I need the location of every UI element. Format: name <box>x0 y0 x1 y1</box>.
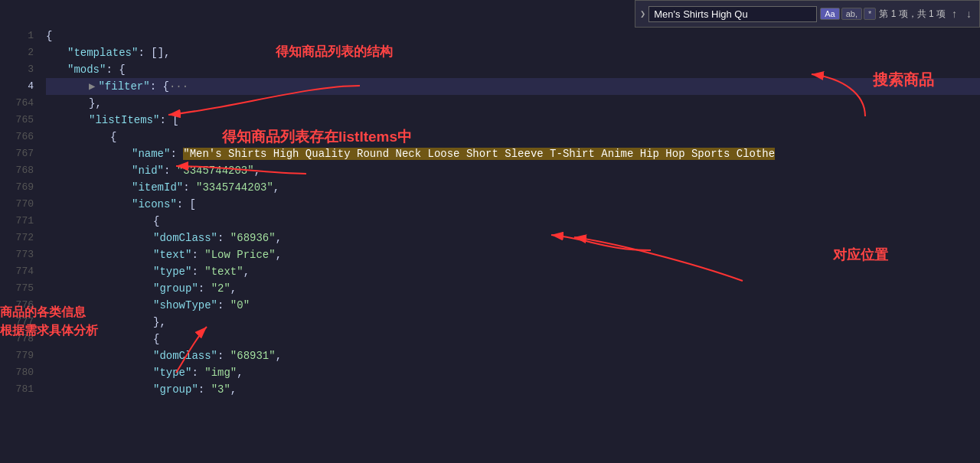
search-match-info: 第 1 项，共 1 项 <box>879 8 946 21</box>
code-line: "group": "2", <box>46 280 980 297</box>
code-token: "domClass" <box>153 350 217 362</box>
code-token: "68936" <box>230 232 276 244</box>
code-token: , <box>237 367 243 379</box>
search-options: Aa ab, * <box>820 8 876 20</box>
line-number: 777 <box>6 314 34 331</box>
line-number: 769 <box>6 179 34 196</box>
code-token: "Low Price" <box>204 249 275 261</box>
search-input[interactable] <box>648 6 817 22</box>
code-token: , <box>230 282 237 295</box>
code-token: , <box>243 266 250 278</box>
line-number: 775 <box>6 280 34 297</box>
line-number: 1 <box>6 28 34 44</box>
code-editor: 1234764765766767768769770771772773774775… <box>0 0 980 463</box>
line-number: 766 <box>6 129 34 145</box>
line-number: 778 <box>6 331 34 347</box>
code-token: "0" <box>230 299 250 311</box>
line-number: 3 <box>6 61 34 78</box>
code-line: { <box>46 331 980 347</box>
code-token: "group" <box>153 383 198 396</box>
code-token: , <box>254 165 260 177</box>
code-token: "name" <box>132 148 170 160</box>
line-number: 776 <box>6 297 34 314</box>
code-line: "group": "3", <box>46 381 980 398</box>
code-token: : <box>183 181 196 194</box>
code-token: "listItems" <box>89 114 159 126</box>
code-token: : <box>198 383 211 396</box>
code-token: , <box>273 181 279 194</box>
line-number: 771 <box>6 213 34 230</box>
fold-icon[interactable]: ▶ <box>89 80 95 93</box>
code-line: "domClass": "68936", <box>46 230 980 246</box>
code-line: "nid": "3345744203", <box>46 162 980 179</box>
code-token: "icons" <box>132 198 177 210</box>
search-next-button[interactable]: ↓ <box>963 7 975 21</box>
code-token: "68931" <box>230 350 276 362</box>
search-whole-word-button[interactable]: ab, <box>841 8 862 20</box>
code-token: "img" <box>204 367 237 379</box>
code-token: "showType" <box>153 299 217 311</box>
search-chevron-icon: ❯ <box>640 8 645 20</box>
search-case-sensitive-button[interactable]: Aa <box>820 8 839 20</box>
code-token: "nid" <box>132 165 164 177</box>
code-token: : [ <box>177 198 196 210</box>
line-number: 765 <box>6 112 34 129</box>
code-token: "2" <box>211 282 230 295</box>
code-line: "domClass": "68931", <box>46 347 980 364</box>
code-token: { <box>110 131 116 143</box>
code-token: , <box>230 383 237 396</box>
line-number: 773 <box>6 246 34 263</box>
code-line: "type": "text", <box>46 263 980 280</box>
line-number: 2 <box>6 44 34 61</box>
line-number: 772 <box>6 230 34 246</box>
code-token: "type" <box>153 266 191 278</box>
code-token: , <box>276 350 282 362</box>
code-token: , <box>276 232 282 244</box>
code-line: "itemId": "3345744203", <box>46 179 980 196</box>
search-prev-button[interactable]: ↑ <box>949 7 960 21</box>
code-token: , <box>276 249 282 261</box>
code-token: "type" <box>153 367 191 379</box>
code-token: "3345744203" <box>177 165 254 177</box>
code-token: : <box>198 282 211 295</box>
code-token: { <box>153 215 159 227</box>
code-line: }, <box>46 314 980 331</box>
code-token: "filter" <box>98 80 149 93</box>
code-line: }, <box>46 95 980 112</box>
code-token: { <box>46 30 52 42</box>
code-line: ▶"filter": {··· <box>46 78 980 95</box>
code-line: "showType": "0" <box>46 297 980 314</box>
code-line: "text": "Low Price", <box>46 246 980 263</box>
code-token: : <box>191 367 204 379</box>
code-line: "type": "img", <box>46 364 980 381</box>
line-number: 4 <box>6 78 34 95</box>
code-line: "templates": [], <box>46 44 980 61</box>
line-number: 780 <box>6 364 34 381</box>
code-token: "itemId" <box>132 181 183 194</box>
search-bar[interactable]: ❯ Aa ab, * 第 1 项，共 1 项 ↑ ↓ <box>635 0 980 28</box>
code-token: : <box>170 148 183 160</box>
code-area: {"templates": [],"mods": {▶"filter": {··… <box>40 28 980 463</box>
code-token: : { <box>106 64 125 76</box>
code-line: { <box>46 28 980 44</box>
line-numbers: 1234764765766767768769770771772773774775… <box>0 28 40 463</box>
line-number: 770 <box>6 196 34 213</box>
code-token: : { <box>150 80 169 93</box>
code-token: "Men's Shirts High Quality Round Neck Lo… <box>183 148 775 160</box>
search-regex-button[interactable]: * <box>864 8 876 20</box>
code-token: "3" <box>211 383 230 396</box>
code-token: : <box>191 266 204 278</box>
code-token: }, <box>153 316 166 328</box>
line-number: 764 <box>6 95 34 112</box>
line-number: 768 <box>6 162 34 179</box>
code-token: : <box>164 165 177 177</box>
code-token: "group" <box>153 282 198 295</box>
line-number: 779 <box>6 347 34 364</box>
code-line: "name": "Men's Shirts High Quality Round… <box>46 145 980 162</box>
code-line: { <box>46 213 980 230</box>
line-number: 767 <box>6 145 34 162</box>
line-number: 774 <box>6 263 34 280</box>
code-token: : <box>217 232 230 244</box>
code-token: }, <box>89 97 102 109</box>
code-token: "text" <box>204 266 243 278</box>
